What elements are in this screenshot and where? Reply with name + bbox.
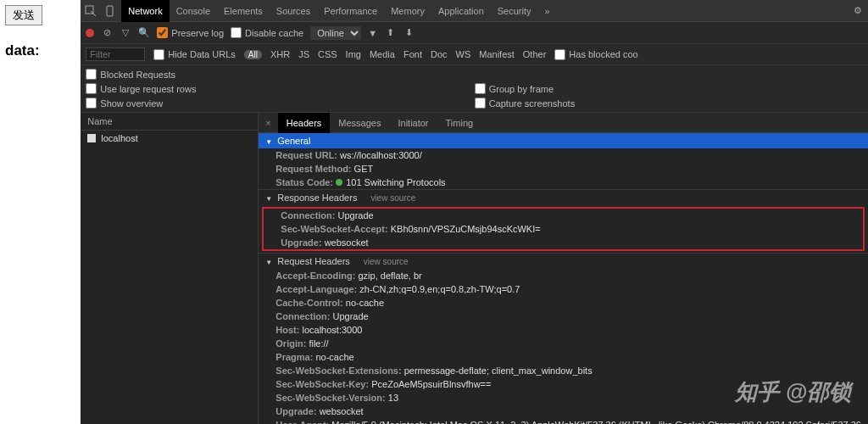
- filter-xhr[interactable]: XHR: [270, 49, 290, 59]
- header-row: Status Code: 101 Switching Protocols: [259, 176, 868, 189]
- filter-media[interactable]: Media: [370, 49, 395, 59]
- header-row: Pragma: no-cache: [259, 350, 868, 364]
- detail-tab-messages[interactable]: Messages: [330, 113, 389, 133]
- filter-ws[interactable]: WS: [456, 49, 471, 59]
- gear-icon[interactable]: ⚙: [851, 4, 865, 18]
- close-icon[interactable]: ×: [259, 118, 277, 128]
- request-detail: × HeadersMessagesInitiatorTiming General…: [259, 113, 868, 424]
- send-button[interactable]: 发送: [5, 5, 42, 25]
- header-row: Upgrade: websocket: [264, 236, 863, 249]
- blocked-requests-checkbox[interactable]: Blocked Requests: [86, 67, 474, 81]
- devtools-tabbar: Network ConsoleElementsSourcesPerformanc…: [81, 0, 868, 22]
- filter-font[interactable]: Font: [403, 49, 422, 59]
- section-response-headers[interactable]: Response Headersview source: [259, 189, 868, 205]
- view-source-link[interactable]: view source: [364, 257, 409, 266]
- filter-css[interactable]: CSS: [318, 49, 337, 59]
- group-by-frame-checkbox[interactable]: Group by frame: [475, 81, 863, 96]
- tab-network[interactable]: Network: [121, 0, 169, 22]
- header-row: Sec-WebSocket-Version: 13: [259, 391, 868, 404]
- inspect-icon[interactable]: [84, 4, 97, 18]
- device-icon[interactable]: [104, 4, 118, 18]
- tab-memory[interactable]: Memory: [384, 0, 431, 22]
- devtools-panel: Network ConsoleElementsSourcesPerformanc…: [81, 0, 868, 424]
- request-row[interactable]: localhost: [81, 131, 258, 146]
- filter-img[interactable]: Img: [346, 49, 361, 59]
- tab-console[interactable]: Console: [170, 0, 217, 22]
- filter-other[interactable]: Other: [523, 49, 547, 59]
- large-rows-checkbox[interactable]: Use large request rows: [86, 81, 474, 96]
- disable-cache-checkbox[interactable]: Disable cache: [231, 27, 303, 38]
- data-label: data:: [5, 42, 75, 59]
- throttling-select[interactable]: Online: [310, 26, 361, 40]
- chevron-down-icon[interactable]: ▼: [368, 28, 377, 38]
- clear-icon[interactable]: ⊘: [101, 27, 113, 39]
- upload-icon[interactable]: ⬆: [384, 27, 396, 39]
- header-row: Host: localhost:3000: [259, 323, 868, 337]
- download-icon[interactable]: ⬇: [403, 27, 415, 39]
- header-row: Cache-Control: no-cache: [259, 296, 868, 310]
- header-row: Connection: Upgrade: [259, 310, 868, 323]
- svg-rect-1: [107, 6, 113, 16]
- tab-more[interactable]: »: [538, 0, 557, 22]
- show-overview-checkbox[interactable]: Show overview: [86, 96, 474, 110]
- preserve-log-checkbox[interactable]: Preserve log: [157, 27, 224, 38]
- header-row: Accept-Language: zh-CN,zh;q=0.9,en;q=0.8…: [259, 282, 868, 296]
- filter-bar: Hide Data URLs All XHR JS CSS Img Media …: [81, 44, 868, 65]
- header-row: User-Agent: Mozilla/5.0 (Macintosh; Inte…: [259, 418, 868, 424]
- header-row: Sec-WebSocket-Key: PceZoAeM5psuirBlnsvfh…: [259, 377, 868, 391]
- tab-elements[interactable]: Elements: [217, 0, 270, 22]
- highlighted-response-headers: Connection: UpgradeSec-WebSocket-Accept:…: [262, 207, 865, 251]
- view-source-link[interactable]: view source: [370, 193, 415, 203]
- tab-application[interactable]: Application: [431, 0, 491, 22]
- capture-screenshots-checkbox[interactable]: Capture screenshots: [475, 96, 863, 110]
- filter-manifest[interactable]: Manifest: [479, 49, 515, 59]
- options-bar: Blocked Requests Use large request rows …: [81, 65, 868, 113]
- tab-security[interactable]: Security: [491, 0, 538, 22]
- tab-sources[interactable]: Sources: [270, 0, 317, 22]
- header-row: Sec-WebSocket-Extensions: permessage-def…: [259, 364, 868, 377]
- filter-doc[interactable]: Doc: [431, 49, 448, 59]
- tab-performance[interactable]: Performance: [317, 0, 384, 22]
- header-row: Origin: file://: [259, 337, 868, 350]
- filter-all[interactable]: All: [244, 50, 262, 59]
- header-row: Request Method: GET: [259, 162, 868, 176]
- record-icon[interactable]: [86, 29, 94, 37]
- column-header-name[interactable]: Name: [81, 113, 258, 131]
- header-row: Sec-WebSocket-Accept: KBh0snn/VPSZuCMsjb…: [264, 222, 863, 236]
- header-row: Connection: Upgrade: [264, 209, 863, 222]
- request-type-icon: [87, 134, 96, 142]
- search-icon[interactable]: 🔍: [138, 27, 150, 39]
- filter-input[interactable]: [86, 47, 145, 61]
- section-general[interactable]: General: [259, 133, 868, 148]
- section-request-headers[interactable]: Request Headersview source: [259, 253, 868, 269]
- header-row: Request URL: ws://localhost:3000/: [259, 148, 868, 162]
- detail-tab-timing[interactable]: Timing: [437, 113, 482, 133]
- filter-js[interactable]: JS: [298, 49, 309, 59]
- request-list: Name localhost: [81, 113, 259, 424]
- filter-icon[interactable]: ▽: [120, 27, 131, 39]
- header-row: Accept-Encoding: gzip, deflate, br: [259, 269, 868, 282]
- detail-tab-headers[interactable]: Headers: [278, 113, 331, 133]
- detail-tab-initiator[interactable]: Initiator: [389, 113, 437, 133]
- network-toolbar: ⊘ ▽ 🔍 Preserve log Disable cache Online …: [81, 22, 868, 44]
- blocked-cookies-checkbox[interactable]: Has blocked coo: [554, 49, 637, 60]
- hide-data-urls-checkbox[interactable]: Hide Data URLs: [153, 49, 235, 60]
- header-row: Upgrade: websocket: [259, 404, 868, 418]
